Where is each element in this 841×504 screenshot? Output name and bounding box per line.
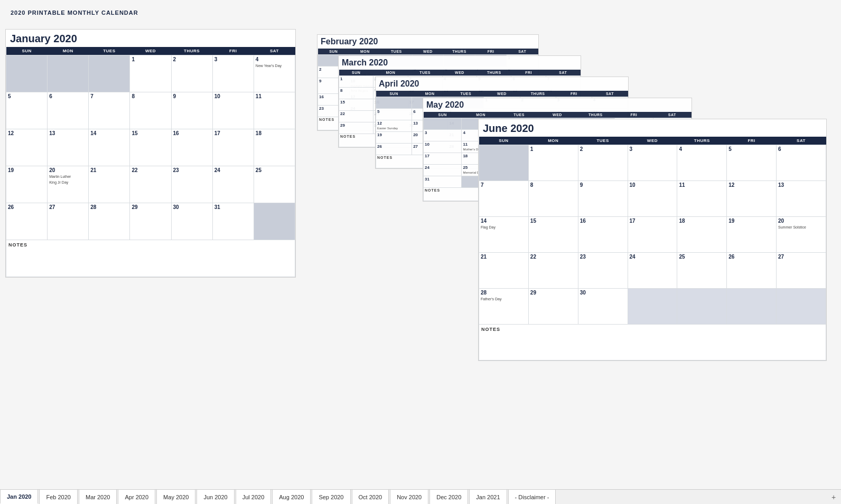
tab-jan-2020[interactable]: Jan 2020 <box>0 490 38 504</box>
apr-header-wed: WED <box>484 91 520 97</box>
table-cell: 1 <box>339 76 373 88</box>
january-calendar: January 2020 SUN MON TUES WED THURS FRI … <box>5 29 296 278</box>
table-cell: 25 <box>677 253 727 289</box>
mar-header-tue: TUES <box>408 70 442 76</box>
tab-aug-2020[interactable]: Aug 2020 <box>272 490 311 504</box>
table-cell: 28Father's Day <box>479 289 529 325</box>
table-cell: 13 <box>48 129 89 166</box>
table-row: 12 13 14 15 16 17 18 <box>6 129 295 166</box>
table-cell: 19 <box>727 217 777 253</box>
table-cell: 24 <box>628 253 677 289</box>
tab-apr-2020[interactable]: Apr 2020 <box>118 490 155 504</box>
table-cell: 17 <box>628 217 677 253</box>
may-header-sun: SUN <box>424 112 462 118</box>
apr-header-tue: TUES <box>448 91 484 97</box>
table-cell: 27 <box>777 253 826 289</box>
tab-dec-2020[interactable]: Dec 2020 <box>429 490 468 504</box>
table-cell: 31 <box>212 203 254 240</box>
table-cell: 24 <box>212 166 254 203</box>
table-cell: 21 <box>479 253 529 289</box>
table-cell: 9 <box>578 181 628 217</box>
mar-header-sun: SUN <box>339 70 373 76</box>
tab-nov-2020[interactable]: Nov 2020 <box>390 490 428 504</box>
table-cell <box>89 55 130 92</box>
tab-jul-2020[interactable]: Jul 2020 <box>236 490 272 504</box>
tab-feb-2020[interactable]: Feb 2020 <box>39 490 77 504</box>
table-cell: 17 <box>212 129 254 166</box>
apr-header-thu: THURS <box>520 91 556 97</box>
jun-header-mon: MON <box>528 137 578 145</box>
tab-disclaimer[interactable]: - Disclaimer - <box>508 490 556 504</box>
jan-header-thu: THURS <box>171 47 212 55</box>
table-cell: 5 <box>6 92 48 129</box>
table-cell: 23 <box>578 253 628 289</box>
may-header-fri: FRI <box>615 112 653 118</box>
january-table: SUN MON TUES WED THURS FRI SAT 1 2 3 <box>6 47 295 277</box>
table-cell: 17 <box>424 153 462 165</box>
jun-header-sat: SAT <box>777 137 826 145</box>
tab-oct-2020[interactable]: Oct 2020 <box>352 490 389 504</box>
table-cell <box>628 289 677 325</box>
table-cell: 15 <box>130 129 171 166</box>
table-row: 5 6 7 8 9 10 11 <box>6 92 295 129</box>
table-cell <box>48 55 89 92</box>
table-cell: 29 <box>528 289 578 325</box>
table-cell: 14 <box>89 129 130 166</box>
tab-sep-2020[interactable]: Sep 2020 <box>312 490 350 504</box>
table-cell: 20Martin LutherKing Jr Day <box>48 166 89 203</box>
table-cell: 10 <box>628 181 677 217</box>
main-content: 2020 PRINTABLE MONTHLY CALENDAR January … <box>0 0 841 489</box>
tab-may-2020[interactable]: May 2020 <box>156 490 195 504</box>
table-cell: 22 <box>528 253 578 289</box>
table-cell: 30 <box>578 289 628 325</box>
tab-bar: Jan 2020 Feb 2020 Mar 2020 Apr 2020 May … <box>0 489 841 504</box>
table-cell: 29 <box>130 203 171 240</box>
table-cell: 6 <box>777 145 826 181</box>
table-cell: 3 <box>424 130 462 141</box>
jun-header-sun: SUN <box>479 137 529 145</box>
table-cell: 4New Year's Day <box>254 55 295 92</box>
table-cell: 3 <box>212 55 254 92</box>
table-cell: 23 <box>171 166 212 203</box>
apr-header-sat: SAT <box>592 91 628 97</box>
table-cell <box>727 289 777 325</box>
feb-header-fri: FRI <box>475 49 507 55</box>
tab-jun-2020[interactable]: Jun 2020 <box>197 490 234 504</box>
table-cell: 22 <box>339 111 373 122</box>
table-row: 21 22 23 24 25 26 27 <box>479 253 826 289</box>
january-title: January 2020 <box>6 30 295 47</box>
add-sheet-button[interactable]: + <box>826 490 841 504</box>
table-cell: 12 <box>727 181 777 217</box>
table-cell: 5 <box>727 145 777 181</box>
mar-header-sat: SAT <box>546 70 580 76</box>
feb-header-mon: MON <box>349 49 381 55</box>
table-cell: 18 <box>254 129 295 166</box>
table-cell: 26 <box>376 144 412 155</box>
table-cell: 27 <box>48 203 89 240</box>
jun-header-thu: THURS <box>677 137 727 145</box>
table-row: 1 2 3 4 5 6 <box>479 145 826 181</box>
jan-header-sat: SAT <box>254 47 295 55</box>
tab-jan-2021[interactable]: Jan 2021 <box>469 490 507 504</box>
may-header-mon: MON <box>462 112 500 118</box>
jan-header-fri: FRI <box>212 47 254 55</box>
table-cell: 10 <box>424 141 462 153</box>
table-row: 7 8 9 10 11 12 13 <box>479 181 826 217</box>
table-cell: 13 <box>777 181 826 217</box>
table-cell <box>677 289 727 325</box>
may-title: May 2020 <box>423 98 692 112</box>
jun-header-fri: FRI <box>727 137 777 145</box>
table-cell: 12Easter Sunday <box>376 120 412 132</box>
feb-header-thu: THURS <box>444 49 475 55</box>
table-cell: 19 <box>6 166 48 203</box>
table-cell: 8 <box>528 181 578 217</box>
mar-header-fri: FRI <box>511 70 546 76</box>
mar-header-mon: MON <box>373 70 408 76</box>
table-cell: 21 <box>89 166 130 203</box>
table-cell: 26 <box>727 253 777 289</box>
table-cell: 9 <box>171 92 212 129</box>
jan-header-wed: WED <box>130 47 171 55</box>
jan-header-sun: SUN <box>6 47 48 55</box>
table-cell: 8 <box>130 92 171 129</box>
tab-mar-2020[interactable]: Mar 2020 <box>79 490 117 504</box>
